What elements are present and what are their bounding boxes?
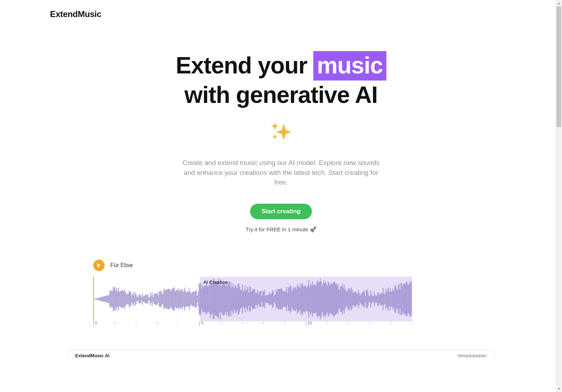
svg-rect-100 xyxy=(182,289,182,309)
svg-rect-106 xyxy=(187,291,188,307)
svg-rect-21 xyxy=(112,291,112,307)
svg-rect-81 xyxy=(165,291,166,307)
svg-rect-62 xyxy=(148,297,149,301)
svg-rect-94 xyxy=(177,289,177,308)
svg-rect-43 xyxy=(131,296,132,302)
svg-rect-73 xyxy=(158,295,159,303)
svg-rect-87 xyxy=(170,291,171,307)
ai-creation-label: AI Creation xyxy=(203,280,228,285)
bottom-right-label: himarkdoppler xyxy=(458,353,487,358)
headline-prefix: Extend your xyxy=(176,52,313,78)
svg-rect-63 xyxy=(149,297,150,301)
svg-rect-54 xyxy=(141,297,142,300)
svg-rect-65 xyxy=(151,296,151,303)
svg-rect-11 xyxy=(103,296,104,302)
svg-rect-102 xyxy=(183,290,184,308)
svg-rect-99 xyxy=(181,290,182,308)
svg-rect-33 xyxy=(122,290,123,308)
svg-rect-115 xyxy=(195,290,196,308)
headline-highlight: music xyxy=(313,51,386,81)
svg-rect-37 xyxy=(126,294,127,303)
svg-rect-111 xyxy=(192,292,192,306)
svg-rect-101 xyxy=(183,292,183,306)
svg-rect-16 xyxy=(108,295,108,303)
svg-rect-50 xyxy=(138,297,138,301)
ai-creation-region: AI Creation xyxy=(200,277,412,321)
playhead[interactable] xyxy=(93,277,94,321)
svg-rect-30 xyxy=(120,291,121,307)
hero-tagline: Try it for FREE in 1 minute 🚀 xyxy=(246,226,316,233)
svg-rect-40 xyxy=(129,291,130,307)
svg-rect-42 xyxy=(131,292,131,305)
svg-rect-14 xyxy=(106,296,106,302)
bottom-card: ExtendMusic AI himarkdoppler xyxy=(68,350,494,358)
svg-rect-74 xyxy=(159,291,160,307)
svg-rect-22 xyxy=(113,286,114,311)
svg-rect-89 xyxy=(172,289,173,309)
svg-rect-75 xyxy=(160,291,160,307)
svg-rect-36 xyxy=(125,292,126,306)
player-section: Für Elise AI Creation 0510 xyxy=(50,260,512,328)
svg-rect-76 xyxy=(161,291,161,308)
svg-rect-67 xyxy=(153,297,153,301)
svg-rect-70 xyxy=(155,293,156,305)
hero-subcopy: Create and extend music using our AI mod… xyxy=(182,158,380,187)
svg-rect-86 xyxy=(170,289,170,309)
svg-rect-69 xyxy=(154,294,155,304)
svg-rect-95 xyxy=(177,291,178,307)
svg-rect-26 xyxy=(116,288,117,310)
svg-rect-49 xyxy=(137,297,137,301)
svg-rect-25 xyxy=(115,291,116,307)
svg-rect-110 xyxy=(191,293,191,304)
svg-rect-92 xyxy=(175,291,176,307)
svg-rect-45 xyxy=(133,292,134,306)
svg-rect-66 xyxy=(152,292,153,306)
svg-rect-18 xyxy=(109,291,110,307)
svg-rect-113 xyxy=(193,291,194,307)
svg-rect-68 xyxy=(154,294,154,304)
svg-rect-3 xyxy=(96,298,97,300)
svg-rect-2 xyxy=(95,298,96,299)
svg-rect-29 xyxy=(119,292,120,307)
play-icon xyxy=(97,263,101,267)
svg-rect-19 xyxy=(110,290,111,308)
svg-rect-5 xyxy=(98,298,99,300)
brand-logo[interactable]: ExtendMusic xyxy=(50,9,512,19)
svg-rect-4 xyxy=(97,298,98,300)
svg-rect-15 xyxy=(106,296,107,303)
scroll-up-arrow[interactable]: ▲ xyxy=(556,0,562,6)
headline-line2: with generative AI xyxy=(184,82,378,108)
svg-rect-64 xyxy=(150,293,151,305)
svg-rect-118 xyxy=(198,292,198,307)
svg-rect-85 xyxy=(169,289,169,309)
svg-rect-10 xyxy=(102,297,103,301)
scroll-thumb[interactable] xyxy=(556,6,561,127)
svg-rect-93 xyxy=(176,289,176,309)
hero-section: Extend your music with generative AI Cre… xyxy=(50,51,512,233)
svg-rect-88 xyxy=(171,289,172,309)
svg-rect-82 xyxy=(166,289,167,308)
page-scrollbar[interactable]: ▲ ▼ xyxy=(556,0,562,358)
svg-rect-28 xyxy=(118,287,119,310)
svg-rect-103 xyxy=(184,287,185,310)
svg-rect-57 xyxy=(144,296,144,302)
svg-rect-51 xyxy=(138,295,139,303)
track-title: Für Elise xyxy=(110,262,133,269)
svg-rect-53 xyxy=(140,295,141,303)
svg-rect-23 xyxy=(114,288,114,310)
hero-headline: Extend your music with generative AI xyxy=(50,51,512,109)
sparkles-icon xyxy=(50,121,512,143)
svg-rect-117 xyxy=(197,296,198,302)
play-button[interactable] xyxy=(93,260,105,271)
svg-rect-27 xyxy=(117,291,118,307)
svg-rect-60 xyxy=(147,295,147,303)
waveform[interactable]: AI Creation xyxy=(93,277,412,321)
svg-rect-59 xyxy=(145,294,146,303)
svg-rect-13 xyxy=(105,296,105,302)
timeline: 0510 xyxy=(93,321,412,328)
svg-rect-112 xyxy=(192,292,193,306)
svg-rect-83 xyxy=(167,289,167,309)
svg-rect-71 xyxy=(156,293,157,304)
svg-rect-97 xyxy=(179,291,180,307)
start-creating-button[interactable]: Start creating xyxy=(250,204,312,219)
